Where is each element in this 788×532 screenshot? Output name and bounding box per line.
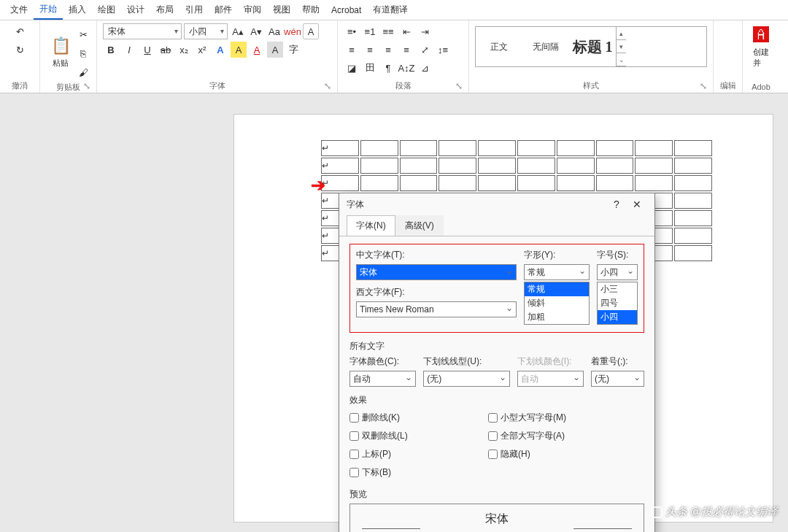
document-area: ↵ ↵ ↵ ↵ ↵ ↵ ↵ ➔ ➔ 字体 ? ✕ 字体(N) 高级(V) 中文字… <box>0 93 788 532</box>
grow-font-button[interactable]: A▴ <box>230 23 246 39</box>
close-button[interactable]: ✕ <box>627 198 647 210</box>
size-option-2[interactable]: 小四 <box>598 310 637 324</box>
enclose-button[interactable]: 字 <box>285 42 301 58</box>
multilevel-button[interactable]: ≡≡ <box>380 23 396 39</box>
label-western-font: 西文字体(F): <box>356 286 517 298</box>
superscript-button[interactable]: x² <box>194 42 210 58</box>
texteffects-button[interactable]: A <box>212 42 228 58</box>
menu-youdao[interactable]: 有道翻译 <box>367 1 414 19</box>
sort-button[interactable]: A↕Z <box>398 60 414 76</box>
fontsize-listbox[interactable]: 小三 四号 小四 <box>597 282 638 325</box>
italic-button[interactable]: I <box>121 42 137 58</box>
menu-review[interactable]: 审阅 <box>238 1 267 19</box>
underline-select[interactable]: (无) <box>423 371 510 387</box>
undo-button[interactable]: ↶ <box>12 23 28 39</box>
paragraph-launcher-icon[interactable]: ⤡ <box>455 81 466 91</box>
shrink-font-button[interactable]: A▾ <box>248 23 264 39</box>
menu-file[interactable]: 文件 <box>4 1 34 19</box>
highlight-button[interactable]: A <box>231 42 247 58</box>
font-name-select[interactable]: 宋体 <box>103 23 182 39</box>
menu-bar: 文件 开始 插入 绘图 设计 布局 引用 邮件 审阅 视图 帮助 Acrobat… <box>0 0 788 20</box>
tab-advanced[interactable]: 高级(V) <box>395 215 444 236</box>
chk-hidden[interactable]: 隐藏(H) <box>488 448 566 460</box>
style-option-bold[interactable]: 加粗 <box>525 310 589 324</box>
subscript-button[interactable]: x₂ <box>176 42 192 58</box>
menu-home[interactable]: 开始 <box>34 0 63 20</box>
underlinecolor-select: 自动 <box>517 371 584 387</box>
align-left-button[interactable]: ≡ <box>344 42 360 58</box>
chinese-font-select[interactable]: 宋体 <box>356 264 517 280</box>
styles-launcher-icon[interactable]: ⤡ <box>700 81 710 91</box>
indent-inc-button[interactable]: ⇥ <box>417 23 433 39</box>
style-heading1[interactable]: 标题 1 <box>569 27 616 66</box>
distribute-button[interactable]: ⤢ <box>417 42 433 58</box>
tab-font[interactable]: 字体(N) <box>347 215 395 236</box>
chk-super[interactable]: 上标(P) <box>349 448 481 460</box>
chk-strike[interactable]: 删除线(K) <box>349 412 481 424</box>
effects-label: 效果 <box>349 394 644 406</box>
menu-draw[interactable]: 绘图 <box>92 1 121 19</box>
font-launcher-icon[interactable]: ⤡ <box>324 81 334 91</box>
paste-button[interactable]: 📋 粘贴 <box>46 23 75 80</box>
chk-allcaps[interactable]: 全部大写字母(A) <box>488 430 566 442</box>
menu-view[interactable]: 视图 <box>267 1 296 19</box>
style-option-italic[interactable]: 倾斜 <box>525 296 589 310</box>
numbering-button[interactable]: ≡1 <box>362 23 378 39</box>
chk-smallcaps[interactable]: 小型大写字母(M) <box>488 412 566 424</box>
menu-design[interactable]: 设计 <box>121 1 150 19</box>
align-center-button[interactable]: ≡ <box>362 42 378 58</box>
indent-dec-button[interactable]: ⇤ <box>398 23 414 39</box>
label-font-style: 字形(Y): <box>524 249 590 261</box>
menu-mailings[interactable]: 邮件 <box>209 1 238 19</box>
chk-sub[interactable]: 下标(B) <box>349 466 481 479</box>
group-undo: ↶ ↻ 撤消 <box>0 20 40 93</box>
chk-dblstrike[interactable]: 双删除线(L) <box>349 430 481 442</box>
charshading-button[interactable]: A <box>267 42 283 58</box>
clipboard-launcher-icon[interactable]: ⤡ <box>83 81 93 91</box>
highlight-box: 中文字体(T): 宋体 西文字体(F): Times New Roman 字形(… <box>349 244 644 333</box>
size-option-0[interactable]: 小三 <box>598 282 637 296</box>
cut-button[interactable]: ✂ <box>75 26 91 42</box>
copy-button[interactable]: ⎘ <box>75 45 91 61</box>
fontcolor-select[interactable]: 自动 <box>349 371 416 387</box>
size-option-1[interactable]: 四号 <box>598 296 637 310</box>
styles-gallery[interactable]: 正文 无间隔 标题 1 ▴▾⌄ <box>475 26 707 67</box>
format-painter-button[interactable]: 🖌 <box>75 64 91 80</box>
style-nospacing[interactable]: 无间隔 <box>522 27 569 66</box>
clear-format-button[interactable]: A <box>303 23 319 39</box>
strike-button[interactable]: ab <box>158 42 174 58</box>
align-right-button[interactable]: ≡ <box>380 42 396 58</box>
menu-help[interactable]: 帮助 <box>296 1 325 19</box>
dialog-titlebar[interactable]: 字体 ? ✕ <box>339 193 654 215</box>
fontsize-input[interactable]: 小四 <box>597 264 638 280</box>
emphasis-select[interactable]: (无) <box>591 371 644 387</box>
borders-button[interactable]: 田 <box>362 60 378 76</box>
change-case-button[interactable]: Aa <box>266 23 282 39</box>
style-normal[interactable]: 正文 <box>476 27 522 66</box>
annotation-arrow-1: ➔ <box>311 175 325 196</box>
menu-references[interactable]: 引用 <box>179 1 209 19</box>
fontstyle-listbox[interactable]: 常规 倾斜 加粗 <box>524 282 590 325</box>
menu-layout[interactable]: 布局 <box>150 1 179 19</box>
bullets-button[interactable]: ≡• <box>344 23 360 39</box>
fontcolor-button[interactable]: A <box>249 42 265 58</box>
group-label: 编辑 <box>719 79 736 91</box>
menu-acrobat[interactable]: Acrobat <box>325 2 367 18</box>
showmarks-button[interactable]: ¶ <box>380 60 396 76</box>
western-font-select[interactable]: Times New Roman <box>356 301 517 317</box>
justify-button[interactable]: ≡ <box>398 42 414 58</box>
menu-insert[interactable]: 插入 <box>63 1 92 19</box>
shading-button[interactable]: ◪ <box>344 60 360 76</box>
group-label: 段落 <box>344 79 463 91</box>
font-size-select[interactable]: 小四 <box>184 23 228 39</box>
help-button[interactable]: ? <box>606 198 627 210</box>
bold-button[interactable]: B <box>103 42 119 58</box>
underline-button[interactable]: U <box>139 42 155 58</box>
create-pdf-button[interactable]: 🅰 创建并 <box>749 23 773 70</box>
redo-button[interactable]: ↻ <box>12 42 28 58</box>
phonetic-button[interactable]: wén <box>285 23 301 39</box>
snap-button[interactable]: ⊿ <box>417 60 433 76</box>
linespacing-button[interactable]: ↕≡ <box>435 42 451 58</box>
style-option-regular[interactable]: 常规 <box>525 282 589 296</box>
fontstyle-input[interactable]: 常规 <box>524 264 590 280</box>
